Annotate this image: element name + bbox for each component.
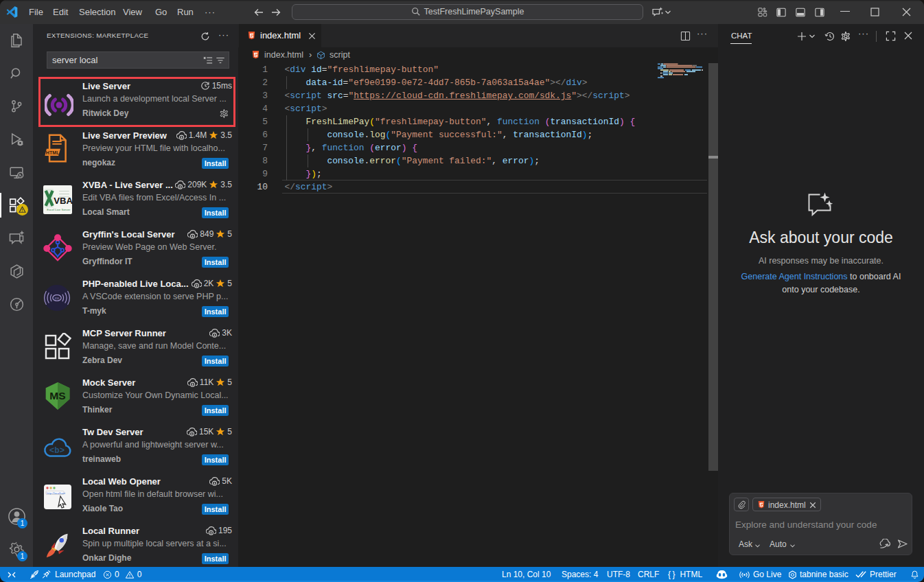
- svg-text:<b>: <b>: [49, 446, 65, 456]
- svg-text:http://localhost: http://localhost: [47, 491, 66, 495]
- svg-text:Excel Live Server: Excel Live Server: [47, 208, 71, 211]
- svg-text:VBA: VBA: [54, 196, 72, 206]
- svg-text:co: co: [55, 295, 60, 300]
- svg-text:MS: MS: [49, 390, 65, 401]
- svg-text:HTML: HTML: [46, 150, 60, 156]
